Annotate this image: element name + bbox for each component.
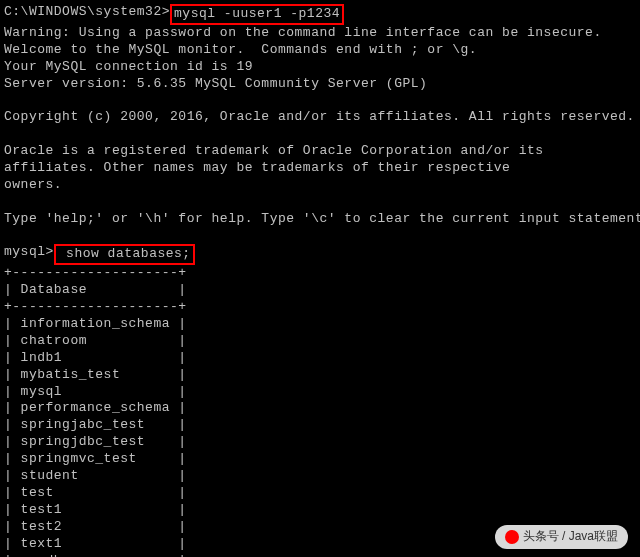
trademark-line-3: owners. bbox=[4, 177, 636, 194]
table-border-mid: +--------------------+ bbox=[4, 299, 636, 316]
table-border-top: +--------------------+ bbox=[4, 265, 636, 282]
database-row: | chatroom | bbox=[4, 333, 636, 350]
command-line-1: C:\WINDOWS\system32>mysql -uuser1 -p1234 bbox=[4, 4, 636, 25]
blank-line bbox=[4, 92, 636, 109]
database-list: | information_schema || chatroom || lndb… bbox=[4, 316, 636, 557]
help-line: Type 'help;' or '\h' for help. Type '\c'… bbox=[4, 211, 636, 228]
blank-line bbox=[4, 228, 636, 245]
mysql-prompt: mysql> bbox=[4, 244, 54, 261]
database-row: | student | bbox=[4, 468, 636, 485]
toutiao-icon bbox=[505, 530, 519, 544]
database-row: | lndb1 | bbox=[4, 350, 636, 367]
database-row: | performance_schema | bbox=[4, 400, 636, 417]
prompt-path: C:\WINDOWS\system32> bbox=[4, 4, 170, 21]
warning-line: Warning: Using a password on the command… bbox=[4, 25, 636, 42]
blank-line bbox=[4, 126, 636, 143]
database-row: | test | bbox=[4, 485, 636, 502]
table-header: | Database | bbox=[4, 282, 636, 299]
server-version-line: Server version: 5.6.35 MySQL Community S… bbox=[4, 76, 636, 93]
command-line-2: mysql> show databases; bbox=[4, 244, 636, 265]
mysql-login-command: mysql -uuser1 -p1234 bbox=[170, 4, 344, 25]
watermark-text: 头条号 / Java联盟 bbox=[523, 529, 618, 545]
database-row: | information_schema | bbox=[4, 316, 636, 333]
trademark-line-2: affiliates. Other names may be trademark… bbox=[4, 160, 636, 177]
database-row: | usedb | bbox=[4, 553, 636, 558]
database-row: | springmvc_test | bbox=[4, 451, 636, 468]
copyright-line: Copyright (c) 2000, 2016, Oracle and/or … bbox=[4, 109, 636, 126]
database-row: | springjabc_test | bbox=[4, 417, 636, 434]
show-databases-command: show databases; bbox=[54, 244, 195, 265]
database-row: | mysql | bbox=[4, 384, 636, 401]
watermark: 头条号 / Java联盟 bbox=[495, 525, 628, 549]
connection-id-line: Your MySQL connection id is 19 bbox=[4, 59, 636, 76]
database-row: | mybatis_test | bbox=[4, 367, 636, 384]
database-row: | springjdbc_test | bbox=[4, 434, 636, 451]
database-row: | test1 | bbox=[4, 502, 636, 519]
trademark-line-1: Oracle is a registered trademark of Orac… bbox=[4, 143, 636, 160]
blank-line bbox=[4, 194, 636, 211]
welcome-line: Welcome to the MySQL monitor. Commands e… bbox=[4, 42, 636, 59]
terminal-output[interactable]: C:\WINDOWS\system32>mysql -uuser1 -p1234… bbox=[4, 4, 636, 557]
